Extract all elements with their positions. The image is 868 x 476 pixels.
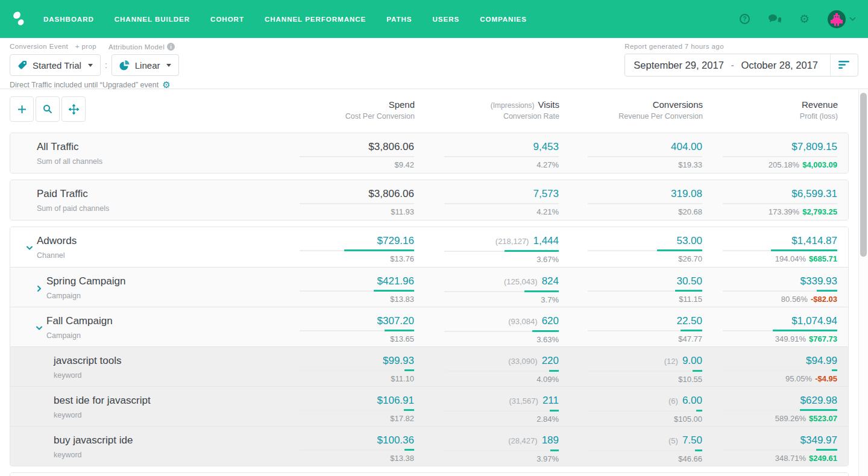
column-header-visits[interactable]: (Impressions)Visits Conversion Rate (415, 96, 559, 121)
spend-cell: $3,806.06$11.93 (269, 180, 414, 220)
spend-value[interactable]: $106.91 (377, 395, 414, 406)
add-prop-link[interactable]: + prop (75, 43, 96, 50)
visits-cell: 9,4534.27% (414, 133, 559, 173)
spend-value[interactable]: $99.93 (383, 355, 414, 366)
conversions-value[interactable]: 319.08 (671, 188, 702, 199)
revenue-value[interactable]: $629.98 (800, 395, 837, 406)
column-header-revenue[interactable]: Revenue Profit (loss) (703, 96, 849, 121)
visits-value[interactable]: 220 (542, 355, 559, 366)
scrollbar-thumb[interactable] (860, 93, 867, 257)
conversions-cell: 53.00$26.70 (559, 227, 702, 267)
visits-value[interactable]: 189 (542, 434, 559, 446)
visits-value[interactable]: 211 (542, 395, 559, 406)
attribution-model-dropdown[interactable]: Linear (112, 54, 180, 76)
chat-icon[interactable] (768, 14, 781, 25)
chevron-down-icon[interactable] (36, 325, 43, 332)
conversions-value[interactable]: 6.00 (682, 395, 702, 406)
filter-icon[interactable] (830, 54, 858, 76)
row-title: All Traffic (37, 141, 269, 153)
visits-value[interactable]: 824 (542, 275, 559, 287)
spend-value[interactable]: $100.36 (377, 434, 414, 446)
conversions-value[interactable]: 30.50 (676, 275, 702, 287)
conversions-bar (588, 410, 702, 412)
conversions-value[interactable]: 22.50 (676, 315, 702, 327)
nav-item-users[interactable]: USERS (433, 16, 460, 23)
conversion-event-dropdown[interactable]: Started Trial (10, 54, 101, 76)
table-header: Spend Cost Per Conversion (Impressions)V… (10, 96, 849, 128)
row-name-cell[interactable]: Spring CampaignCampaign (10, 268, 269, 307)
conversions-cell: 14.00 (559, 473, 702, 476)
table-card: Video$299.9067514.00$844.07 (10, 472, 849, 476)
date-range-value[interactable]: September 29, 2017 - October 28, 2017 (625, 60, 830, 71)
column-header-conversions[interactable]: Conversions Revenue Per Conversion (559, 96, 703, 121)
info-icon[interactable]: i (167, 43, 175, 51)
revenue-bar (723, 290, 837, 292)
direct-traffic-note: Direct Traffic included until “Upgraded”… (10, 80, 179, 89)
chevron-down-icon[interactable] (849, 17, 856, 21)
revenue-value[interactable]: $6,599.31 (791, 188, 837, 199)
spend-sub-value: $13.83 (390, 295, 414, 304)
conversions-cell: 404.00$19.33 (559, 133, 702, 173)
nav-item-companies[interactable]: COMPANIES (480, 16, 527, 23)
spend-bar (300, 202, 414, 204)
attribution-logo[interactable] (10, 10, 28, 28)
spend-sub-value: $13.38 (390, 454, 414, 463)
nav-item-channel-performance[interactable]: CHANNEL PERFORMANCE (265, 16, 366, 23)
visits-bar (444, 290, 559, 292)
visits-value[interactable]: 7,573 (533, 188, 559, 199)
row-name-cell[interactable]: Fall CampaignCampaign (10, 307, 269, 346)
revenue-value[interactable]: $7,809.15 (791, 141, 837, 152)
profit-value: $523.07 (809, 414, 837, 423)
visits-value[interactable]: 620 (542, 315, 559, 327)
nav-item-channel-builder[interactable]: CHANNEL BUILDER (115, 16, 190, 23)
move-button[interactable] (61, 96, 86, 122)
avatar[interactable] (828, 10, 846, 28)
conversions-sub-value: $47.77 (678, 334, 702, 343)
column-header-spend[interactable]: Spend Cost Per Conversion (270, 96, 415, 121)
revenue-value[interactable]: $94.99 (806, 355, 837, 366)
add-channel-button[interactable] (10, 96, 34, 122)
table-row-video: Video$299.9067514.00$844.07 (10, 473, 848, 476)
nav-item-cohort[interactable]: COHORT (210, 16, 244, 23)
spend-sub-value: $11.10 (391, 374, 414, 383)
revenue-percent: 80.56% (781, 295, 808, 304)
scrollbar (858, 90, 868, 476)
conversions-cell: 22.50$47.77 (559, 307, 702, 346)
search-button[interactable] (36, 96, 60, 122)
conversions-value[interactable]: 404.00 (671, 141, 702, 152)
row-name-cell[interactable]: AdwordsChannel (10, 227, 269, 267)
visits-value[interactable]: 1,444 (533, 235, 559, 246)
gear-icon[interactable]: ⚙ (799, 13, 810, 25)
revenue-value[interactable]: $339.93 (800, 275, 837, 287)
spend-value[interactable]: $421.96 (377, 275, 414, 287)
row-name-cell[interactable]: Video (10, 473, 269, 476)
settings-gear-icon[interactable]: ⚙ (162, 80, 170, 89)
revenue-value[interactable]: $1,074.94 (791, 315, 837, 327)
spend-value: $3,806.06 (368, 188, 414, 199)
nav-item-dashboard[interactable]: DASHBOARD (43, 16, 94, 23)
conversions-value[interactable]: 9.00 (682, 355, 702, 366)
revenue-cell: $629.98589.26%$523.07 (702, 387, 848, 426)
table-row-all-traffic: All TrafficSum of all channels$3,806.06$… (10, 133, 848, 173)
conversions-value[interactable]: 53.00 (676, 235, 702, 246)
row-name-cell: javascript toolskeyword (10, 347, 269, 386)
chevron-right-icon[interactable] (36, 285, 43, 292)
help-icon[interactable]: ? (740, 14, 750, 24)
conversions-value[interactable]: 7.50 (682, 434, 702, 446)
spend-bar (300, 409, 414, 411)
visits-value[interactable]: 9,453 (533, 141, 559, 152)
top-nav: DASHBOARDCHANNEL BUILDERCOHORTCHANNEL PE… (0, 0, 868, 38)
visits-cell: (218,127)1,4443.67% (414, 227, 559, 267)
spend-value[interactable]: $729.16 (377, 235, 414, 246)
table-row-fall-campaign: Fall CampaignCampaign$307.20$13.65(93,08… (10, 307, 848, 346)
visits-cell: 675 (414, 473, 559, 476)
spend-sub-value: $17.82 (390, 414, 414, 423)
chevron-down-icon[interactable] (26, 245, 33, 252)
revenue-value[interactable]: $1,414.87 (791, 235, 837, 246)
visits-sub-value: 3.63% (536, 335, 559, 344)
nav-item-paths[interactable]: PATHS (386, 16, 412, 23)
table-card: All TrafficSum of all channels$3,806.06$… (10, 133, 849, 174)
filter-colon: : (105, 60, 107, 70)
spend-value[interactable]: $307.20 (377, 315, 414, 327)
revenue-value[interactable]: $349.97 (800, 434, 837, 446)
